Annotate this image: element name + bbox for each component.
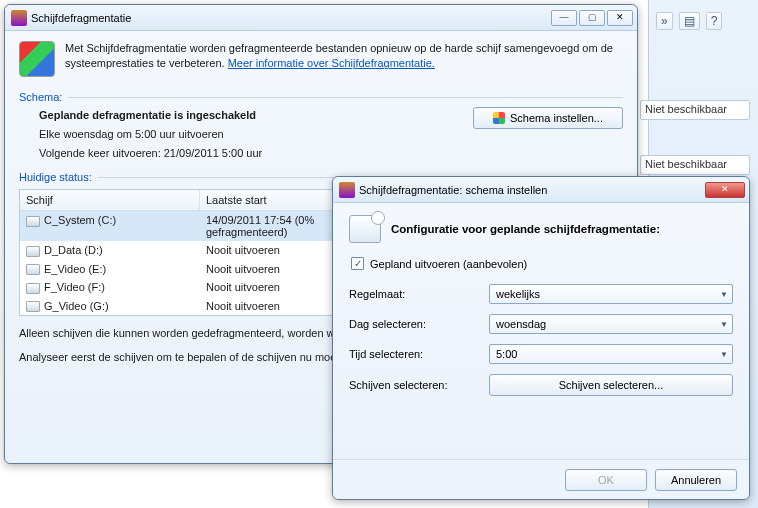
drives-label: Schijven selecteren: — [349, 379, 489, 391]
bg-view-icon[interactable]: ▤ — [679, 12, 700, 30]
dialog-app-icon — [339, 182, 355, 198]
window-title: Schijfdefragmentatie — [31, 12, 551, 24]
schedule-line-1: Elke woensdag om 5:00 uur uitvoeren — [39, 128, 262, 140]
frequency-dropdown[interactable]: wekelijks ▼ — [489, 284, 733, 304]
ok-button[interactable]: OK — [565, 469, 647, 491]
drive-icon — [26, 216, 40, 227]
dialog-titlebar[interactable]: Schijfdefragmentatie: schema instellen ✕ — [333, 177, 749, 203]
schedule-line-2: Volgende keer uitvoeren: 21/09/2011 5:00… — [39, 147, 262, 159]
day-value: woensdag — [496, 318, 546, 330]
background-toolbar: » ▤ ? — [656, 12, 722, 30]
drive-icon — [26, 246, 40, 257]
configure-schedule-button[interactable]: Schema instellen... — [473, 107, 623, 129]
intro-text: Met Schijfdefragmentatie worden gefragme… — [65, 41, 623, 77]
select-drives-label: Schijven selecteren... — [559, 379, 664, 391]
drive-icon — [26, 264, 40, 275]
defrag-icon — [19, 41, 55, 77]
time-label: Tijd selecteren: — [349, 348, 489, 360]
shield-icon — [493, 112, 505, 124]
dialog-close-button[interactable]: ✕ — [705, 182, 745, 198]
day-dropdown[interactable]: woensdag ▼ — [489, 314, 733, 334]
col-disk[interactable]: Schijf — [20, 190, 200, 210]
titlebar[interactable]: Schijfdefragmentatie — ▢ ✕ — [5, 5, 637, 31]
minimize-button[interactable]: — — [551, 10, 577, 26]
day-label: Dag selecteren: — [349, 318, 489, 330]
bg-arrow[interactable]: » — [656, 12, 673, 30]
scheduled-run-label: Gepland uitvoeren (aanbevolen) — [370, 258, 527, 270]
bg-help-icon[interactable]: ? — [706, 12, 723, 30]
time-value: 5:00 — [496, 348, 517, 360]
divider — [68, 97, 623, 98]
configure-schedule-label: Schema instellen... — [510, 112, 603, 124]
schedule-status-title: Geplande defragmentatie is ingeschakeld — [39, 109, 256, 121]
chevron-down-icon: ▼ — [720, 320, 728, 329]
drive-icon — [26, 301, 40, 312]
scheduled-run-checkbox[interactable]: ✓ — [351, 257, 364, 270]
time-dropdown[interactable]: 5:00 ▼ — [489, 344, 733, 364]
frequency-label: Regelmaat: — [349, 288, 489, 300]
chevron-down-icon: ▼ — [720, 290, 728, 299]
maximize-button[interactable]: ▢ — [579, 10, 605, 26]
close-button[interactable]: ✕ — [607, 10, 633, 26]
schema-label: Schema: — [19, 91, 62, 103]
more-info-link[interactable]: Meer informatie over Schijfdefragmentati… — [228, 57, 435, 69]
bg-field-2[interactable]: Niet beschikbaar — [640, 155, 750, 175]
frequency-value: wekelijks — [496, 288, 540, 300]
cancel-button[interactable]: Annuleren — [655, 469, 737, 491]
dialog-footer: OK Annuleren — [333, 459, 749, 499]
calendar-icon — [349, 215, 381, 243]
dialog-title: Schijfdefragmentatie: schema instellen — [359, 184, 705, 196]
schedule-dialog: Schijfdefragmentatie: schema instellen ✕… — [332, 176, 750, 500]
drive-icon — [26, 283, 40, 294]
bg-field-1[interactable]: Niet beschikbaar — [640, 100, 750, 120]
dialog-header: Configuratie voor geplande schijfdefragm… — [391, 223, 660, 235]
select-drives-button[interactable]: Schijven selecteren... — [489, 374, 733, 396]
chevron-down-icon: ▼ — [720, 350, 728, 359]
app-icon — [11, 10, 27, 26]
status-label: Huidige status: — [19, 171, 92, 183]
